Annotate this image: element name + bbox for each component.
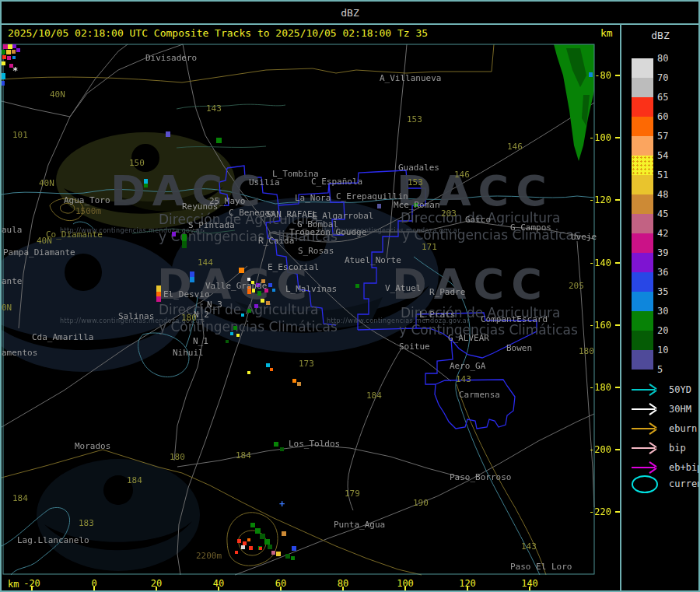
radar-echo-cell	[182, 234, 187, 241]
dacc-logo-watermark	[2, 132, 439, 571]
radar-echo-cell	[247, 371, 250, 374]
map-label: E_Escorial	[268, 263, 319, 271]
colorbar-block	[632, 58, 653, 78]
map-label: Soitue	[399, 342, 430, 351]
radar-echo-cell	[291, 556, 295, 560]
watermark-url: http://www.contingencias.mendoza.gov.ar	[60, 227, 203, 234]
map-label: 180	[579, 347, 594, 356]
colorbar-title: dBZ	[621, 30, 699, 41]
map-label: 150	[129, 159, 145, 167]
colorbar-block	[632, 97, 653, 117]
colorbar-block	[632, 331, 653, 350]
map-label: amentos	[2, 349, 37, 357]
track-arrow-icon	[649, 429, 656, 435]
radar-echo-cell	[292, 379, 296, 383]
panel-divider	[620, 23, 621, 592]
map-label: Guadales	[398, 163, 439, 172]
map-label: 40N	[39, 179, 54, 187]
radar-echo-cell	[190, 271, 194, 277]
radar-echo-cell	[2, 73, 5, 79]
map-label: 180	[181, 314, 197, 322]
colorbar-block	[632, 292, 653, 311]
plus-marker: +	[279, 500, 285, 508]
radar-echo-cell	[226, 340, 229, 343]
colorbar-block	[632, 136, 653, 156]
map-label: 25_Mayo	[209, 197, 245, 205]
map-label: S_Pintada	[188, 221, 235, 229]
radar-echo-cell	[251, 281, 254, 284]
radar-echo-cell	[257, 291, 261, 296]
colorbar-block	[632, 78, 653, 97]
colorbar-tick-label: 42	[657, 228, 684, 239]
radar-echo-cell	[261, 279, 265, 283]
map-label: A_Villanueva	[380, 74, 441, 82]
map-label: Salinas	[118, 312, 154, 321]
map-label: Carmensa	[459, 391, 500, 399]
map-label: C_Española	[311, 177, 362, 186]
map-label: 190	[413, 499, 429, 507]
x-axis-unit: km	[8, 579, 19, 590]
map-label: Uveje	[571, 233, 597, 241]
y-axis-tick	[615, 324, 620, 326]
radar-echo-cell	[297, 382, 301, 386]
radar-echo-cell	[282, 531, 286, 536]
watermark-line1: Dirección de Agricultura	[401, 305, 560, 321]
map-label: 143	[206, 104, 222, 113]
radar-echo-cell	[230, 332, 233, 335]
y-axis-tick-label: -220	[579, 506, 611, 517]
colorbar-tick-label: 30	[657, 306, 684, 317]
y-axis-tick	[615, 199, 620, 201]
map-label: 2200m	[196, 552, 222, 560]
radar-echo-cell	[236, 334, 240, 337]
watermark-brand: DACC	[110, 166, 268, 215]
map-label: 171	[422, 243, 437, 251]
titlebar-divider	[2, 23, 698, 25]
map-label: R_Caida	[258, 236, 294, 245]
colorbar-block	[632, 350, 653, 370]
track-arrow-icon	[632, 408, 655, 410]
map-label: 183	[79, 519, 94, 527]
track-arrow-icon	[649, 409, 656, 415]
y-axis-tick	[615, 449, 620, 450]
map-label: Tropezon Goudge	[289, 228, 366, 236]
radar-echo-cell	[274, 442, 278, 447]
map-label: 205	[569, 282, 584, 290]
radar-echo-cell	[259, 547, 262, 550]
map-label: G_ALVEAR	[448, 334, 489, 342]
radar-echo-cell	[6, 50, 11, 54]
colorbar-block	[632, 194, 653, 214]
map-label: SAN_RAFAEL	[266, 210, 317, 219]
track-arrow-icon	[632, 467, 655, 468]
radar-echo-cell	[16, 48, 20, 52]
map-vector-layer	[2, 2, 700, 592]
map-label: aula	[2, 226, 23, 234]
legend-label: 30HM	[669, 404, 691, 415]
map-label: 143	[521, 542, 537, 551]
legend-label: bip	[669, 443, 686, 454]
map-label: Goico	[465, 215, 491, 224]
map-label: 1500m	[75, 207, 101, 215]
y-axis-tick-label: -200	[579, 444, 611, 455]
map-label: 173	[299, 359, 314, 368]
map-label: S_Rosas	[298, 247, 334, 255]
track-arrow-icon	[632, 428, 655, 429]
map-label: 143	[456, 375, 471, 384]
watermark-url: http://www.contingencias.mendoza.gov.ar	[317, 227, 460, 234]
radar-echo-cell	[268, 283, 272, 287]
watermark-brand: DACC	[157, 260, 314, 309]
map-label: 146	[507, 142, 523, 151]
map-border	[3, 44, 594, 574]
x-axis-tick	[93, 587, 95, 591]
map-label: Usilia	[249, 178, 280, 187]
x-axis-tick	[404, 587, 406, 591]
radar-echo-cell	[261, 299, 264, 303]
track-arrow-icon	[632, 447, 655, 449]
colorbar-tick-label: 51	[657, 170, 684, 180]
radar-echo-cell	[252, 289, 255, 292]
map-label: Aero_GA	[450, 362, 485, 370]
watermark-line1: Dirección de Agricultura	[159, 302, 318, 317]
road-network	[2, 44, 594, 575]
colorbar-tick-label: 54	[657, 150, 684, 161]
watermark-brand: DACC	[392, 260, 549, 309]
colorbar-tick-label: 20	[657, 325, 684, 336]
